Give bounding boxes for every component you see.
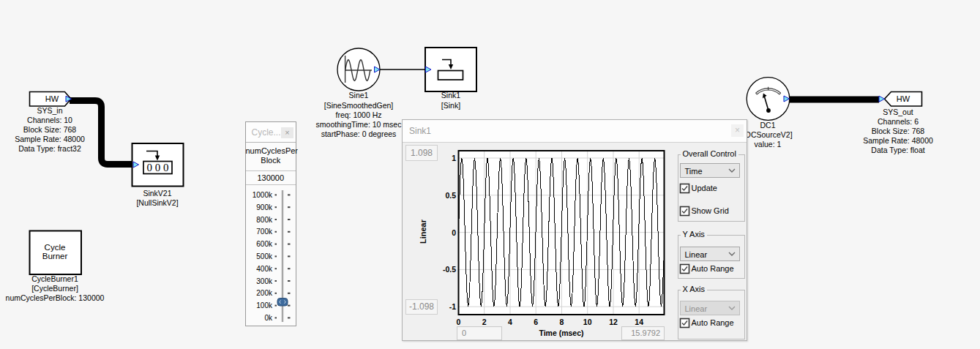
svg-text:12: 12 [609, 318, 618, 326]
svg-text:1000k: 1000k [252, 191, 272, 199]
svg-text:600k: 600k [256, 240, 273, 248]
svg-text:0 0 0: 0 0 0 [147, 162, 169, 173]
svg-text:200k: 200k [256, 289, 273, 297]
svg-text:0: 0 [457, 318, 461, 326]
svg-text:10: 10 [583, 318, 592, 326]
svg-text:500k: 500k [256, 252, 273, 260]
svg-text:-1: -1 [449, 302, 456, 311]
svg-text:0k: 0k [264, 314, 273, 322]
svg-text:0: 0 [452, 228, 456, 237]
svg-text:300k: 300k [256, 277, 273, 285]
svg-text:8: 8 [560, 318, 564, 326]
svg-text:6: 6 [534, 318, 538, 326]
svg-text:900k: 900k [256, 203, 273, 211]
svg-text:100k: 100k [256, 301, 273, 309]
svg-text:700k: 700k [256, 228, 273, 236]
svg-text:-0.5: -0.5 [443, 265, 456, 274]
svg-text:400k: 400k [256, 265, 273, 273]
svg-text:4: 4 [508, 318, 512, 326]
svg-text:Time (msec): Time (msec) [539, 329, 583, 337]
svg-text:0.5: 0.5 [445, 191, 456, 200]
svg-text:800k: 800k [256, 216, 273, 224]
svg-text:1: 1 [452, 154, 456, 162]
svg-text:2: 2 [482, 318, 487, 326]
svg-text:14: 14 [635, 318, 643, 326]
